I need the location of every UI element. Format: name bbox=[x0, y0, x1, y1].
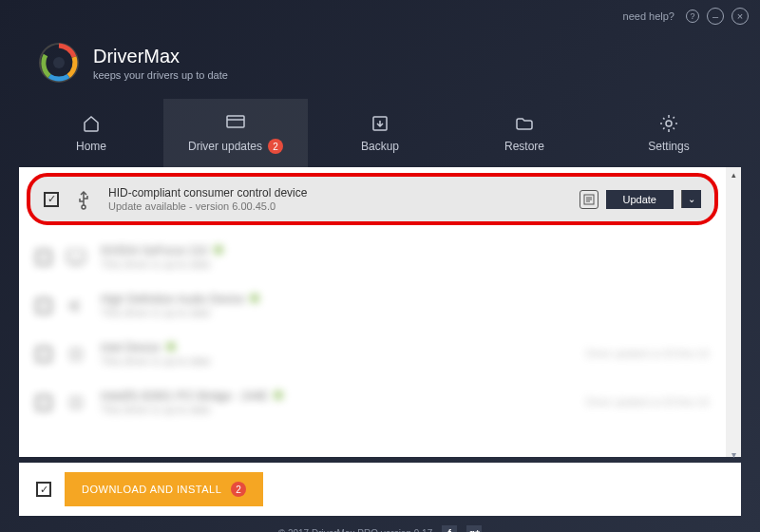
svg-point-6 bbox=[82, 205, 86, 209]
nav-driver-updates[interactable]: Driver updates2 bbox=[163, 99, 308, 167]
status-dot-icon bbox=[214, 245, 223, 255]
download-install-button[interactable]: DOWNLOAD AND INSTALL 2 bbox=[65, 472, 263, 506]
svg-rect-14 bbox=[71, 350, 81, 359]
nav-restore[interactable]: Restore bbox=[452, 99, 597, 167]
select-all-checkbox[interactable]: ✓ bbox=[36, 482, 51, 497]
device-name: NVIDIA GeForce 210 bbox=[101, 244, 208, 257]
titlebar: need help? ? – × bbox=[0, 0, 760, 32]
chip-icon bbox=[65, 391, 87, 414]
nav-home-label: Home bbox=[76, 140, 106, 153]
status-dot-icon bbox=[274, 390, 283, 400]
nav-backup-label: Backup bbox=[361, 140, 399, 153]
brand-header: DriverMax keeps your drivers up to date bbox=[0, 32, 760, 99]
help-link[interactable]: need help? bbox=[623, 10, 674, 22]
driver-row[interactable]: Intel(R) 82801 PCI Bridge - 244E This dr… bbox=[19, 378, 726, 427]
checkbox-icon[interactable] bbox=[36, 250, 51, 265]
app-tagline: keeps your drivers up to date bbox=[93, 69, 228, 81]
scrollbar[interactable]: ▴ ▾ bbox=[726, 167, 741, 457]
monitor-icon bbox=[65, 246, 87, 269]
checkbox-icon[interactable]: ✓ bbox=[44, 192, 59, 207]
device-status: This driver is up-to-date bbox=[101, 355, 573, 367]
device-status: This driver is up-to-date bbox=[101, 307, 709, 318]
driver-row[interactable]: Intel Device This driver is up-to-date D… bbox=[19, 330, 726, 378]
svg-rect-2 bbox=[227, 116, 244, 127]
update-dropdown[interactable]: ⌄ bbox=[681, 190, 701, 208]
status-dot-icon bbox=[250, 294, 259, 303]
updates-icon bbox=[225, 112, 246, 133]
nav-backup[interactable]: Backup bbox=[308, 99, 452, 167]
home-icon bbox=[81, 113, 102, 134]
usb-icon bbox=[72, 188, 95, 211]
device-name: Intel Device bbox=[101, 341, 161, 354]
driver-list-panel: ✓ HID-compliant consumer control device … bbox=[19, 167, 741, 457]
app-title: DriverMax bbox=[93, 46, 228, 67]
nav-home[interactable]: Home bbox=[19, 99, 163, 167]
driver-row-highlighted[interactable]: ✓ HID-compliant consumer control device … bbox=[27, 173, 718, 225]
nav-settings[interactable]: Settings bbox=[597, 99, 741, 167]
nav-restore-label: Restore bbox=[504, 140, 544, 153]
download-badge: 2 bbox=[231, 482, 246, 497]
device-name: High Definition Audio Device bbox=[101, 293, 244, 306]
device-name: Intel(R) 82801 PCI Bridge - 244E bbox=[101, 390, 268, 403]
driver-row[interactable]: NVIDIA GeForce 210 This driver is up-to-… bbox=[19, 233, 726, 281]
scroll-up-icon[interactable]: ▴ bbox=[726, 167, 741, 182]
svg-point-1 bbox=[53, 57, 65, 68]
facebook-icon[interactable]: f bbox=[442, 525, 457, 532]
restore-icon bbox=[514, 113, 535, 134]
device-meta: Driver updated on 03-Nov-16 bbox=[586, 397, 709, 408]
download-btn-label: DOWNLOAD AND INSTALL bbox=[82, 484, 221, 495]
svg-point-5 bbox=[666, 121, 672, 126]
footer-action-bar: ✓ DOWNLOAD AND INSTALL 2 bbox=[19, 463, 741, 516]
checkbox-icon[interactable] bbox=[36, 298, 51, 314]
nav-settings-label: Settings bbox=[648, 140, 689, 153]
device-meta: Driver updated on 03-Nov-16 bbox=[586, 349, 709, 359]
nav-updates-label: Driver updates bbox=[188, 140, 262, 153]
svg-rect-15 bbox=[71, 398, 81, 408]
device-status: This driver is up-to-date bbox=[101, 404, 573, 415]
bottom-bar: © 2017 DriverMax PRO version 9.17 f g⁺ bbox=[0, 516, 760, 532]
update-button[interactable]: Update bbox=[606, 190, 674, 209]
checkbox-icon[interactable] bbox=[36, 395, 51, 410]
device-status: This driver is up-to-date bbox=[101, 258, 709, 270]
scroll-down-icon[interactable]: ▾ bbox=[726, 442, 741, 457]
svg-rect-12 bbox=[67, 251, 85, 262]
close-button[interactable]: × bbox=[732, 8, 749, 25]
checkbox-icon[interactable] bbox=[36, 347, 51, 362]
help-icon[interactable]: ? bbox=[686, 10, 699, 23]
gear-icon bbox=[658, 113, 679, 134]
device-status: Update available - version 6.00.45.0 bbox=[108, 200, 566, 212]
release-notes-icon[interactable] bbox=[580, 190, 598, 209]
audio-icon bbox=[65, 294, 87, 317]
status-dot-icon bbox=[166, 342, 176, 352]
updates-badge: 2 bbox=[268, 139, 283, 154]
copyright-text: © 2017 DriverMax PRO version 9.17 bbox=[278, 528, 432, 533]
backup-icon bbox=[370, 113, 390, 134]
chip-icon bbox=[65, 343, 87, 366]
google-plus-icon[interactable]: g⁺ bbox=[466, 525, 482, 532]
driver-row[interactable]: High Definition Audio Device This driver… bbox=[19, 281, 726, 330]
app-logo-icon bbox=[38, 42, 80, 84]
minimize-button[interactable]: – bbox=[707, 8, 724, 25]
main-nav: Home Driver updates2 Backup Restore Sett… bbox=[0, 99, 760, 167]
device-name: HID-compliant consumer control device bbox=[108, 186, 566, 200]
